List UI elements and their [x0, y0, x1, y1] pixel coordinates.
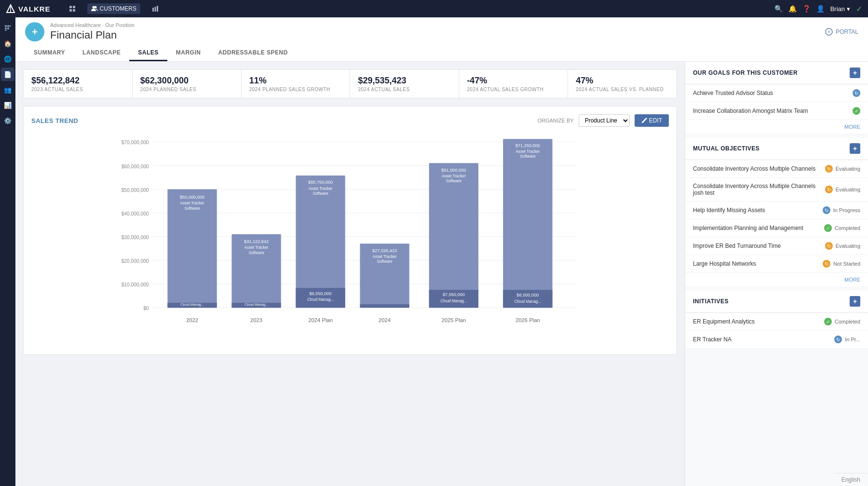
organize-select[interactable]: Product Line Region Category	[579, 114, 630, 127]
page-header: + Advanced Healthcare · Our Position Fin…	[15, 17, 868, 62]
svg-text:2025 Plan: 2025 Plan	[442, 317, 466, 323]
objectives-title: MUTUAL OBJECTIVES	[693, 145, 760, 152]
obj-status-dot-2: ↻	[823, 206, 830, 214]
user-name[interactable]: Brian ▾	[830, 5, 850, 13]
sidebar-people-icon[interactable]: 👥	[1, 83, 14, 96]
svg-text:Cloud Manag...: Cloud Manag...	[244, 303, 268, 307]
svg-text:$0: $0	[143, 306, 149, 311]
chart-title: SALES TREND	[31, 117, 78, 124]
svg-text:Cloud Manag...: Cloud Manag...	[440, 299, 467, 303]
portal-button[interactable]: PORTAL	[825, 28, 858, 36]
svg-text:Asset Tracker: Asset Tracker	[309, 187, 333, 191]
bottom-bar: English	[834, 473, 868, 486]
obj-label-4: Improve ER Bed Turnaround Time	[693, 243, 825, 249]
init-status-dot-1: ↻	[834, 336, 842, 343]
init-status-1: ↻ In Pr...	[834, 336, 860, 343]
obj-status-4: ↻ Evaluating	[825, 242, 860, 250]
tab-margin[interactable]: MARGIN	[167, 45, 210, 61]
stat-label-1: 2024 PLANNED SALES	[140, 87, 233, 92]
objectives-section: MUTUAL OBJECTIVES + Consolidate Inventor…	[685, 137, 868, 286]
svg-text:$31,122,842: $31,122,842	[244, 239, 269, 244]
person-icon[interactable]: 👤	[816, 5, 825, 13]
init-item-0: ER Equipment Analytics ✓ Completed	[685, 313, 868, 331]
edit-label: EDIT	[649, 117, 662, 124]
tab-addressable-spend[interactable]: ADDRESSABLE SPEND	[209, 45, 297, 61]
initiatives-add-button[interactable]: +	[850, 296, 860, 307]
svg-text:$20,000,000: $20,000,000	[122, 258, 149, 264]
svg-rect-8	[152, 8, 154, 12]
objectives-add-button[interactable]: +	[850, 143, 860, 154]
svg-rect-9	[155, 7, 156, 12]
sidebar-home-icon[interactable]: 🏠	[1, 37, 14, 50]
sidebar-document-icon[interactable]: 📄	[1, 68, 14, 81]
bar-2024-cloud	[360, 304, 409, 308]
goal-status-1: ✓	[853, 107, 860, 115]
nav-chart[interactable]	[148, 3, 163, 14]
svg-rect-4	[69, 9, 72, 12]
obj-status-2: ↻ In Progress	[823, 206, 860, 214]
goals-more[interactable]: MORE	[685, 120, 868, 134]
tab-summary[interactable]: SUMMARY	[25, 45, 74, 61]
stat-2024-actual: $29,535,423 2024 ACTUAL SALES	[350, 70, 459, 98]
goal-label-1: Increase Collaboration Amongst Matrix Te…	[693, 108, 853, 114]
obj-item-4: Improve ER Bed Turnaround Time ↻ Evaluat…	[685, 237, 868, 255]
objectives-more[interactable]: MORE	[685, 273, 868, 286]
chart-header: SALES TREND ORGANIZE BY Product Line Reg…	[31, 114, 669, 127]
stat-label-2: 2024 PLANNED SALES GROWTH	[249, 87, 342, 92]
user-name-label: Brian	[830, 5, 845, 13]
svg-text:$70,000,000: $70,000,000	[122, 140, 149, 145]
obj-status-dot-4: ↻	[825, 242, 833, 250]
svg-text:Asset Tracker: Asset Tracker	[244, 245, 269, 250]
svg-text:2026 Plan: 2026 Plan	[515, 317, 540, 323]
goal-label-0: Achieve Trusted Advisor Status	[693, 90, 853, 96]
nav-grid[interactable]	[65, 3, 80, 14]
edit-button[interactable]: EDIT	[635, 114, 669, 127]
svg-rect-10	[157, 6, 158, 12]
svg-text:$40,000,000: $40,000,000	[122, 211, 149, 216]
breadcrumb: Advanced Healthcare · Our Position	[50, 22, 135, 28]
init-item-1: ER Tracker NA ↻ In Pr...	[685, 331, 868, 349]
sidebar-settings-icon[interactable]: ⚙️	[1, 114, 14, 127]
obj-status-text-0: Evaluating	[836, 166, 860, 172]
page-title: Financial Plan	[50, 29, 135, 41]
stat-value-2: 11%	[249, 76, 342, 86]
nav-customers-label: CUSTOMERS	[100, 5, 136, 12]
help-icon[interactable]: ❓	[802, 5, 811, 13]
svg-rect-3	[73, 6, 75, 8]
obj-status-dot-5: ↻	[823, 260, 830, 268]
svg-text:Asset Tracker: Asset Tracker	[373, 255, 397, 259]
stat-label-0: 2023 ACTUAL SALES	[31, 87, 124, 92]
notification-icon[interactable]: 🔔	[788, 5, 797, 13]
sidebar-grid-icon[interactable]	[1, 21, 14, 35]
goals-add-button[interactable]: +	[850, 68, 860, 78]
svg-text:$50,000,000: $50,000,000	[180, 195, 204, 200]
svg-text:Software: Software	[446, 179, 462, 183]
stat-2023-actual: $56,122,842 2023 ACTUAL SALES	[24, 70, 133, 98]
obj-status-text-1: Evaluating	[836, 187, 860, 192]
svg-text:Software: Software	[184, 206, 200, 211]
svg-text:2023: 2023	[250, 317, 262, 323]
nav-customers[interactable]: CUSTOMERS	[87, 3, 140, 14]
obj-status-text-3: Completed	[835, 225, 860, 231]
obj-label-1: Consolidate Inventory Across Multiple Ch…	[693, 183, 825, 196]
sidebar-globe-icon[interactable]: 🌐	[1, 52, 14, 66]
initiatives-header: INITIATIVES +	[685, 290, 868, 313]
bar-2026plan-asset	[503, 139, 552, 308]
stat-value-1: $62,300,000	[140, 76, 233, 86]
svg-text:$50,000,000: $50,000,000	[122, 188, 149, 193]
tab-sales[interactable]: SALES	[129, 45, 167, 61]
tab-landscape[interactable]: LANDSCAPE	[74, 45, 129, 61]
sidebar-chart-icon[interactable]: 📊	[1, 98, 14, 112]
checkmark-icon[interactable]: ✓	[856, 4, 862, 14]
title-block: Advanced Healthcare · Our Position Finan…	[50, 22, 135, 41]
search-icon[interactable]: 🔍	[774, 5, 783, 13]
obj-item-3: Implementation Planning and Management ✓…	[685, 219, 868, 237]
svg-rect-12	[7, 25, 9, 27]
stat-value-0: $56,122,842	[31, 76, 124, 86]
obj-label-5: Large Hospital Networks	[693, 260, 823, 267]
customer-logo: +	[25, 22, 44, 41]
svg-rect-2	[69, 6, 72, 8]
stat-value-5: 47%	[576, 76, 669, 86]
svg-rect-14	[5, 27, 7, 29]
init-label-0: ER Equipment Analytics	[693, 318, 824, 325]
